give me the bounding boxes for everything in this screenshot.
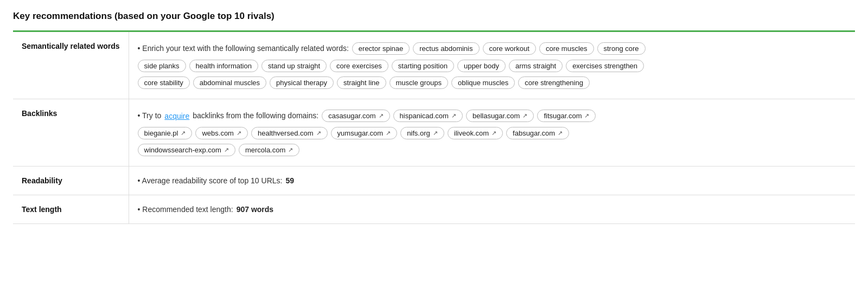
- content-backlinks: • Try to acquire backlinks from the foll…: [129, 99, 855, 167]
- semantically-related-tag: oblique muscles: [451, 76, 515, 89]
- domain-tag[interactable]: windowssearch-exp.com ↗: [138, 144, 235, 156]
- label-readability: Readability: [13, 167, 129, 195]
- acquire-link[interactable]: acquire: [164, 112, 189, 120]
- semantically-related-tag: side planks: [138, 60, 186, 72]
- semantically-related-tag: rectus abdominis: [413, 42, 479, 55]
- text-length-row: • Recommended text length: 907 words: [138, 205, 846, 214]
- semantically-related-tag: straight line: [337, 76, 386, 89]
- semantically-related-tag: starting position: [392, 60, 454, 72]
- semantically-related-tag: core workout: [483, 42, 536, 55]
- semantically-related-tag: physical therapy: [270, 76, 334, 89]
- domain-tag[interactable]: iliveok.com ↗: [448, 127, 503, 139]
- external-link-icon: ↗: [558, 130, 563, 137]
- text-length-value: 907 words: [237, 205, 273, 214]
- domain-tag[interactable]: fabsugar.com ↗: [506, 127, 569, 139]
- label-semantically-related: Semantically related words: [13, 31, 129, 99]
- readability-value: 59: [285, 176, 294, 185]
- semantically-related-tag: health information: [189, 60, 258, 72]
- external-link-icon: ↗: [181, 130, 186, 137]
- domain-tag[interactable]: bellasugar.com ↗: [466, 110, 534, 122]
- external-link-icon: ↗: [224, 146, 229, 153]
- semantically-related-tag: erector spinae: [352, 42, 410, 55]
- external-link-icon: ↗: [316, 130, 321, 137]
- section-row-backlinks: Backlinks• Try to acquire backlinks from…: [13, 99, 855, 167]
- domain-tag[interactable]: webs.com ↗: [195, 127, 248, 139]
- label-text-length: Text length: [13, 195, 129, 224]
- external-link-icon: ↗: [237, 130, 241, 137]
- domain-tag[interactable]: hispanicad.com ↗: [393, 110, 463, 122]
- semantically-intro-text: • Enrich your text with the following se…: [138, 42, 349, 55]
- text-length-text: • Recommended text length:: [138, 205, 233, 214]
- page-title: Key recommendations (based on your Googl…: [13, 11, 855, 22]
- domain-tag[interactable]: fitsugar.com ↗: [537, 110, 596, 122]
- semantically-related-tag: stand up straight: [261, 60, 327, 72]
- semantically-related-tag: core muscles: [539, 42, 594, 55]
- semantically-related-tag: muscle groups: [390, 76, 449, 89]
- semantically-related-tag: arms straight: [509, 60, 563, 72]
- external-link-icon: ↗: [288, 146, 293, 153]
- external-link-icon: ↗: [584, 112, 589, 119]
- external-link-icon: ↗: [379, 112, 384, 119]
- external-link-icon: ↗: [451, 112, 456, 119]
- readability-text: • Average readability score of top 10 UR…: [138, 176, 283, 185]
- semantically-related-tag: strong core: [597, 42, 646, 55]
- content-text-length: • Recommended text length: 907 words: [129, 195, 855, 224]
- external-link-icon: ↗: [492, 130, 496, 137]
- semantically-related-tag: abdominal muscles: [193, 76, 266, 89]
- domain-tag[interactable]: bieganie.pl ↗: [138, 127, 193, 139]
- content-readability: • Average readability score of top 10 UR…: [129, 167, 855, 195]
- recommendations-table: Semantically related words• Enrich your …: [13, 30, 855, 224]
- domain-tag[interactable]: yumsugar.com ↗: [331, 127, 398, 139]
- backlinks-intro-text: • Try to: [138, 109, 162, 123]
- semantically-related-tag: upper body: [457, 60, 506, 72]
- semantically-related-tag: core strengthening: [518, 76, 590, 89]
- section-row-readability: Readability• Average readability score o…: [13, 167, 855, 195]
- readability-row: • Average readability score of top 10 UR…: [138, 176, 846, 185]
- section-row-semantically-related: Semantically related words• Enrich your …: [13, 31, 855, 99]
- external-link-icon: ↗: [433, 130, 438, 137]
- section-row-text-length: Text length• Recommended text length: 90…: [13, 195, 855, 224]
- external-link-icon: ↗: [386, 130, 391, 137]
- semantically-related-tag: core stability: [138, 76, 190, 89]
- backlinks-intro-text2: backlinks from the following domains:: [193, 109, 318, 123]
- domain-tag[interactable]: mercola.com ↗: [239, 144, 299, 156]
- domain-tag[interactable]: nifs.org ↗: [400, 127, 444, 139]
- domain-tag[interactable]: casasugar.com ↗: [322, 110, 390, 122]
- label-backlinks: Backlinks: [13, 99, 129, 167]
- content-semantically-related: • Enrich your text with the following se…: [129, 31, 855, 99]
- semantically-related-tag: exercises strengthen: [566, 60, 644, 72]
- semantically-related-tag: core exercises: [330, 60, 388, 72]
- domain-tag[interactable]: healthversed.com ↗: [251, 127, 328, 139]
- external-link-icon: ↗: [522, 112, 527, 119]
